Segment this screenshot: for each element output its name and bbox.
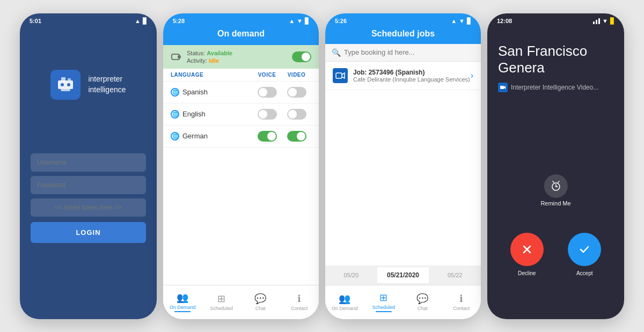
- nav-chat-3[interactable]: 💬 Chat: [403, 285, 442, 319]
- nav-scheduled-3[interactable]: ⊞ Scheduled: [364, 285, 404, 319]
- nav-contact-3[interactable]: ℹ Contact: [442, 285, 481, 319]
- nav-chat-2[interactable]: 💬 Chat: [241, 285, 280, 319]
- globe-icon-spanish: 🌐: [171, 88, 179, 97]
- search-icon: 🔍: [332, 48, 341, 57]
- voice-toggle-spanish[interactable]: [252, 87, 282, 98]
- signal-icon-2: ▲: [289, 18, 295, 24]
- accept-button[interactable]: [568, 233, 601, 266]
- status-icons-3: ▲ ▼ ▊: [451, 18, 471, 25]
- nav-scheduled-label-2: Scheduled: [210, 306, 233, 311]
- voice-toggle-english[interactable]: [252, 109, 282, 120]
- battery-icon-2: ▊: [305, 18, 309, 25]
- language-table-header: LANGUAGE VOICE VIDEO: [163, 69, 319, 82]
- job-title: Job: 2573496 (Spanish): [353, 69, 471, 76]
- time-4: 12:08: [497, 18, 512, 24]
- decline-icon: [521, 243, 533, 256]
- password-input[interactable]: [31, 176, 146, 194]
- bottom-nav-3: 👥 On Demand ⊞ Scheduled 💬 Chat ℹ Contact: [325, 285, 481, 319]
- status-bar-1: 5:01 ▲ ▊: [20, 13, 157, 27]
- logo-icon: [56, 75, 75, 94]
- remind-icon[interactable]: [544, 174, 568, 198]
- nav-chat-icon-3: 💬: [416, 293, 428, 305]
- nav-chat-label-3: Chat: [418, 306, 428, 311]
- accept-icon: [578, 243, 591, 256]
- nav-contact-2[interactable]: ℹ Contact: [280, 285, 319, 319]
- job-subtitle: Cafe Delirante (Innqube Language Service…: [353, 76, 471, 83]
- nav-scheduled-icon-2: ⊞: [217, 293, 225, 305]
- nav-on-demand-icon-3: 👥: [339, 293, 350, 305]
- video-toggle-english[interactable]: [282, 109, 311, 120]
- nav-on-demand-label-3: On Demand: [332, 306, 358, 311]
- nav-scheduled-label-3: Scheduled: [372, 305, 395, 310]
- status-bar-2: 5:28 ▲ ▼ ▊: [163, 13, 319, 27]
- phone-scheduled: 5:26 ▲ ▼ ▊ Scheduled jobs 🔍 Job: 2573496…: [325, 13, 481, 319]
- voice-toggle-german[interactable]: [252, 131, 282, 142]
- decline-button[interactable]: [510, 233, 544, 266]
- nav-contact-label-3: Contact: [453, 306, 470, 311]
- nav-scheduled-icon-3: ⊞: [379, 292, 387, 304]
- search-bar: 🔍: [325, 44, 481, 62]
- svg-point-4: [67, 83, 70, 86]
- date-tab-current[interactable]: 05/21/2020: [377, 267, 429, 283]
- caller-app-label: Interpreter Intelligence Video...: [511, 84, 598, 91]
- caller-name: San Francisco Genera: [498, 43, 613, 76]
- svg-line-14: [558, 181, 559, 182]
- phone-incoming-call: 12:08 ▼ ▊ San Francisco Genera Interpret…: [487, 13, 624, 319]
- nav-active-indicator-3: [376, 311, 392, 312]
- status-toggle[interactable]: [292, 51, 311, 62]
- svg-rect-5: [61, 89, 70, 91]
- login-form: LOGIN: [20, 153, 157, 243]
- nav-on-demand-3[interactable]: 👥 On Demand: [325, 285, 364, 319]
- svg-line-13: [553, 181, 554, 182]
- nav-chat-icon-2: 💬: [254, 293, 266, 305]
- language-name-spanish: 🌐 Spanish: [171, 88, 252, 97]
- language-name-german: 🌐 German: [171, 132, 252, 141]
- battery-icon-1: ▊: [143, 18, 147, 25]
- header-title-3: Scheduled jobs: [371, 29, 435, 38]
- token-input[interactable]: [31, 198, 146, 217]
- remind-label: Remind Me: [540, 200, 570, 206]
- bottom-nav-2: 👥 On Demand ⊞ Scheduled 💬 Chat ℹ Contact: [163, 285, 319, 319]
- search-input[interactable]: [344, 48, 474, 56]
- nav-contact-icon-3: ℹ: [459, 293, 463, 305]
- nav-on-demand-label-2: On Demand: [170, 305, 196, 310]
- date-tab-next[interactable]: 05/22: [429, 268, 481, 283]
- app-icon-small: [498, 83, 508, 92]
- call-actions: Decline Accept: [487, 233, 624, 276]
- signal-icon-3: ▲: [451, 18, 457, 24]
- phone-login: 5:01 ▲ ▊ interpreterintelligence LOGIN: [20, 13, 157, 319]
- date-tab-prev[interactable]: 05/20: [325, 268, 377, 283]
- status-info: Status: Available Activity: Idle: [171, 49, 232, 64]
- job-list-item[interactable]: Job: 2573496 (Spanish) Cafe Delirante (I…: [325, 62, 481, 90]
- globe-icon-english: 🌐: [171, 110, 179, 119]
- svg-point-3: [61, 83, 64, 86]
- decline-label: Decline: [518, 270, 536, 276]
- status-icons-2: ▲ ▼ ▊: [289, 18, 309, 25]
- col-language-header: LANGUAGE: [171, 72, 252, 78]
- video-call-icon: [335, 71, 345, 80]
- username-input[interactable]: [31, 153, 146, 172]
- wifi-icon-4: ▼: [602, 18, 608, 24]
- nav-active-indicator-2: [174, 311, 191, 312]
- nav-on-demand-2[interactable]: 👥 On Demand: [163, 285, 202, 319]
- job-icon: [333, 68, 348, 83]
- status-text: Status: Available Activity: Idle: [187, 49, 232, 64]
- login-button[interactable]: LOGIN: [31, 222, 146, 243]
- status-device-icon: [171, 51, 182, 63]
- status-icons-4: ▼ ▊: [593, 18, 614, 25]
- language-row-english: 🌐 English: [163, 104, 319, 126]
- nav-chat-label-2: Chat: [255, 306, 266, 311]
- wifi-icon-1: ▲: [135, 18, 141, 24]
- phone-on-demand: 5:28 ▲ ▼ ▊ On demand Status: Available A…: [163, 13, 319, 319]
- job-info: Job: 2573496 (Spanish) Cafe Delirante (I…: [353, 69, 471, 83]
- video-toggle-spanish[interactable]: [282, 87, 311, 98]
- remind-me-area: Remind Me: [540, 174, 570, 206]
- logo-area: interpreterintelligence: [20, 70, 157, 100]
- battery-icon-3: ▊: [467, 18, 471, 25]
- video-toggle-german[interactable]: [282, 131, 311, 142]
- time-2: 5:28: [173, 18, 185, 24]
- nav-scheduled-2[interactable]: ⊞ Scheduled: [202, 285, 241, 319]
- page-header-2: On demand: [163, 27, 319, 45]
- accept-label: Accept: [576, 270, 593, 276]
- ii-mini-icon: [500, 84, 506, 91]
